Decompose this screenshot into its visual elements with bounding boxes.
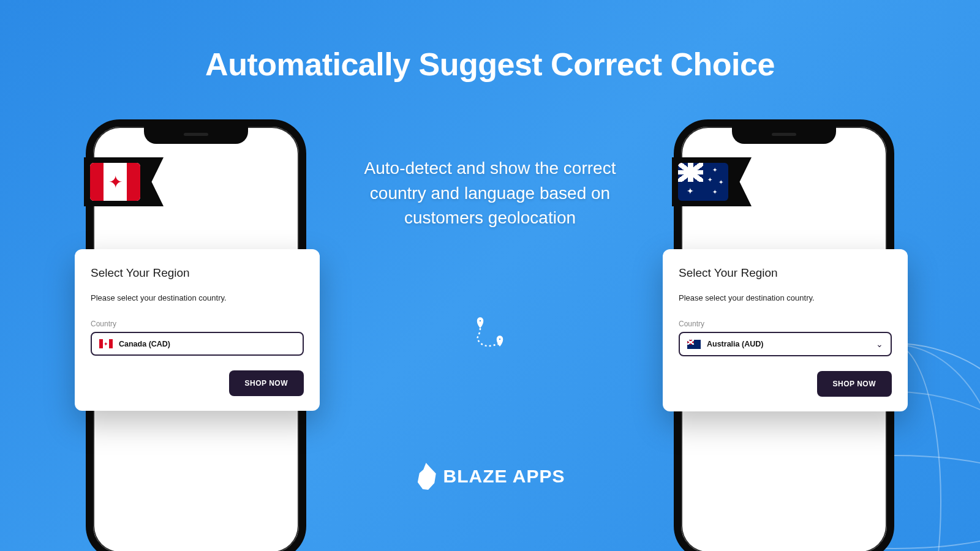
australia-flag-icon <box>687 340 701 349</box>
region-card-left: Select Your Region Please select your de… <box>75 249 320 411</box>
country-value: Canada (CAD) <box>119 340 170 348</box>
headline: Automatically Suggest Correct Choice <box>0 46 980 83</box>
shop-now-button[interactable]: SHOP NOW <box>229 370 304 396</box>
phone-notch <box>732 126 836 144</box>
country-label: Country <box>679 320 892 328</box>
flag-ribbon-canada: ✦ <box>84 157 164 206</box>
flame-icon <box>415 463 437 490</box>
shop-now-button[interactable]: SHOP NOW <box>817 371 892 397</box>
country-label: Country <box>91 320 304 328</box>
phone-notch <box>144 126 248 144</box>
flag-ribbon-australia: ✦ ✦ ✦ ✦ ✦ <box>672 157 752 206</box>
phone-mockup-left: ✦ Select Your Region Please select your … <box>86 119 306 551</box>
route-pins-icon <box>466 312 514 358</box>
canada-flag-icon: ✦ <box>90 163 140 201</box>
phone-mockup-right: ✦ ✦ ✦ ✦ ✦ Select Your Region Please sele… <box>674 119 894 551</box>
card-title: Select Your Region <box>91 266 304 280</box>
country-select-left[interactable]: Canada (CAD) <box>91 332 304 356</box>
card-desc: Please select your destination country. <box>679 293 892 302</box>
brand-text: BLAZE APPS <box>443 466 565 487</box>
australia-flag-icon: ✦ ✦ ✦ ✦ ✦ <box>678 163 728 201</box>
svg-point-1 <box>499 338 502 341</box>
card-desc: Please select your destination country. <box>91 293 304 302</box>
country-select-right[interactable]: Australia (AUD) ⌄ <box>679 332 892 356</box>
card-title: Select Your Region <box>679 266 892 280</box>
chevron-down-icon: ⌄ <box>876 339 883 349</box>
subtext: Auto-detect and show the correct country… <box>343 156 637 231</box>
country-value: Australia (AUD) <box>707 340 763 348</box>
svg-point-0 <box>479 320 482 323</box>
brand-logo: BLAZE APPS <box>415 463 565 490</box>
region-card-right: Select Your Region Please select your de… <box>663 249 908 411</box>
canada-flag-icon <box>99 339 113 348</box>
